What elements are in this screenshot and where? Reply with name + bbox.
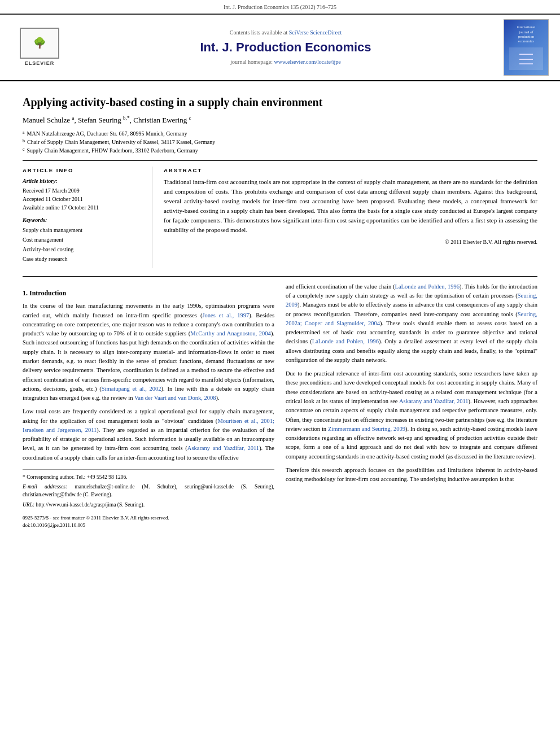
- keywords-section: Keywords: Supply chain management Cost m…: [23, 216, 144, 264]
- abstract-column: ABSTRACT Traditional intra-firm cost acc…: [164, 167, 537, 268]
- journal-homepage: journal homepage: www.elsevier.com/locat…: [79, 58, 492, 66]
- ref-askarany2[interactable]: Askarany and Yazdifar, 2011: [399, 398, 469, 404]
- elsevier-label: ELSEVIER: [25, 60, 55, 67]
- url-value: http://www.uni-kassel.de/agrasp/jima (S.…: [36, 502, 145, 508]
- copyright-line: © 2011 Elsevier B.V. All rights reserved…: [164, 238, 537, 246]
- article-info-title: ARTICLE INFO: [23, 167, 144, 174]
- homepage-url[interactable]: www.elsevier.com/locate/ijpe: [274, 59, 341, 65]
- authors-line: Manuel Schulze a, Stefan Seuring b,*, Ch…: [23, 114, 537, 126]
- keywords-list: Supply chain management Cost management …: [23, 225, 144, 264]
- doi-text: doi:10.1016/j.ijpe.2011.10.005: [23, 522, 274, 530]
- cover-text: internationaljournal ofproductioneconomi…: [517, 25, 536, 44]
- abstract-text: Traditional intra-firm cost accounting t…: [164, 177, 537, 235]
- keyword-2: Cost management: [23, 235, 144, 244]
- journal-cover-image: internationaljournal ofproductioneconomi…: [504, 19, 549, 76]
- section1-heading: 1. Introduction: [23, 288, 274, 299]
- journal-title: Int. J. Production Economics: [79, 39, 492, 56]
- abstract-title: ABSTRACT: [164, 167, 537, 174]
- ref-vandervaart[interactable]: Van der Vaart and van Donk, 2008: [134, 395, 216, 401]
- elsevier-logo-box: 🌳: [20, 28, 59, 59]
- article-info-column: ARTICLE INFO Article history: Received 1…: [23, 167, 152, 268]
- article-history: Article history: Received 17 March 2009 …: [23, 177, 144, 212]
- elsevier-tree-icon: 🌳: [33, 36, 46, 50]
- body-para-2: Low total costs are frequently considere…: [23, 407, 274, 462]
- footnote-url: URL: http://www.uni-kassel.de/agrasp/jim…: [23, 501, 274, 509]
- footnote-emails: E-mail addresses: manuelschulze@t-online…: [23, 483, 274, 499]
- elsevier-logo: 🌳 ELSEVIER: [11, 28, 68, 67]
- keyword-4: Case study research: [23, 254, 144, 264]
- divider-2: [23, 276, 537, 277]
- body-para-r2: Due to the practical relevance of inter-…: [286, 369, 537, 461]
- url-label: URL:: [23, 502, 34, 508]
- ref-seuring1[interactable]: Seuring, 2009: [286, 292, 537, 308]
- ref-jones[interactable]: Jones et al., 1997: [202, 312, 249, 318]
- body-content: 1. Introduction In the course of the lea…: [23, 282, 537, 530]
- affil-c: Supply Chain Management, FHDW Paderborn,…: [27, 146, 198, 155]
- body-para-r1: and efficient coordination of the value …: [286, 282, 537, 365]
- received-date: Received 17 March 2009: [23, 186, 144, 195]
- journal-top-banner: 🌳 ELSEVIER Contents lists available at S…: [0, 15, 560, 81]
- sciverse-link[interactable]: SciVerse ScienceDirect: [289, 29, 342, 36]
- journal-ref-bar: Int. J. Production Economics 135 (2012) …: [0, 0, 560, 15]
- ref-zimmermann[interactable]: Zimmermann and Seuring, 2009: [328, 426, 405, 432]
- keywords-label: Keywords:: [23, 216, 144, 224]
- body-para-r3: Therefore this research approach focuses…: [286, 466, 537, 484]
- ref-lalonde2[interactable]: LaLonde and Pohlen, 1996: [312, 338, 379, 344]
- body-col-left: 1. Introduction In the course of the lea…: [23, 282, 274, 530]
- sciverse-line: Contents lists available at SciVerse Sci…: [79, 29, 492, 37]
- accepted-date: Accepted 11 October 2011: [23, 195, 144, 203]
- ref-simatupang[interactable]: Simatupang et al., 2002: [102, 386, 161, 392]
- footnote-section: * Corresponding author. Tel.: +49 5542 9…: [23, 469, 274, 530]
- affiliations: a MAN Nutzfahrzeuge AG, Dachauer Str. 66…: [23, 129, 537, 155]
- body-para-1: In the course of the lean manufacturing …: [23, 302, 274, 403]
- article-info-abstract: ARTICLE INFO Article history: Received 1…: [23, 167, 537, 268]
- footnote-corresponding: * Corresponding author. Tel.: +49 5542 9…: [23, 473, 274, 481]
- keyword-3: Activity-based costing: [23, 244, 144, 254]
- ref-lalonde1[interactable]: LaLonde and Pohlen, 1996: [395, 283, 460, 290]
- keyword-1: Supply chain management: [23, 225, 144, 235]
- affil-b: Chair of Supply Chain Management, Univer…: [27, 138, 215, 146]
- body-col-right: and efficient coordination of the value …: [286, 282, 537, 530]
- article-container: Applying activity-based costing in a sup…: [0, 81, 560, 541]
- journal-ref-text: Int. J. Production Economics 135 (2012) …: [224, 4, 336, 10]
- divider-1: [23, 160, 537, 161]
- issn-line: 0925-5273/$ - see front matter © 2011 El…: [23, 514, 274, 530]
- journal-center-info: Contents lists available at SciVerse Sci…: [68, 29, 504, 67]
- history-label: Article history:: [23, 177, 144, 185]
- affil-a: MAN Nutzfahrzeuge AG, Dachauer Str. 667,…: [27, 129, 187, 138]
- ref-mccarthy[interactable]: McCarthy and Anagnostou, 2004: [190, 330, 271, 337]
- emails-label: E-mail addresses:: [23, 484, 67, 490]
- ref-mouritsen[interactable]: Mouritsen et al., 2001; Israelsen and Jø…: [23, 418, 274, 433]
- issn-text: 0925-5273/$ - see front matter © 2011 El…: [23, 514, 274, 522]
- article-title: Applying activity-based costing in a sup…: [23, 95, 537, 110]
- ref-askarany1[interactable]: Askarany and Yazdifar, 2011: [187, 445, 259, 451]
- ref-seuring2[interactable]: Seuring, 2002a; Cooper and Slagmulder, 2…: [286, 311, 537, 326]
- available-date: Available online 17 October 2011: [23, 203, 144, 212]
